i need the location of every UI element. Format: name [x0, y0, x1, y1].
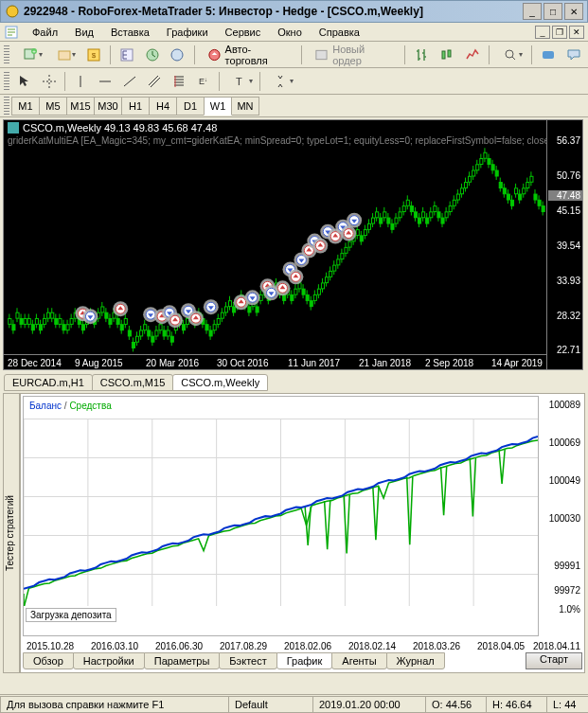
svg-rect-146 — [248, 307, 251, 312]
svg-rect-48 — [59, 318, 62, 324]
menu-help[interactable]: Справка — [312, 25, 367, 40]
status-profile[interactable]: Default — [228, 696, 313, 713]
equidistant-button[interactable] — [143, 70, 166, 93]
strategy-tester-button[interactable] — [167, 44, 188, 66]
svg-rect-20 — [8, 122, 19, 134]
price-chart[interactable]: CSCO.m,Weekly 49.13 49.83 45.68 47.48 gr… — [3, 119, 583, 370]
toolbar-grip[interactable] — [4, 45, 9, 64]
strategy-tester-panel: Тестер стратегий Баланс / Средства Загру… — [3, 393, 585, 673]
chart-tab[interactable]: EURCAD.m,H1 — [4, 374, 93, 391]
chart-tab[interactable]: CSCO.m,M15 — [92, 374, 173, 391]
time-axis[interactable]: 28 Dec 2014 9 Aug 2015 20 Mar 2016 30 Oc… — [4, 354, 546, 369]
new-order-button[interactable]: Новый ордер — [308, 44, 399, 66]
svg-rect-96 — [151, 336, 154, 342]
svg-rect-100 — [159, 325, 162, 330]
new-chart-button[interactable]: + — [15, 44, 45, 66]
tester-tab[interactable]: Бэктест — [219, 652, 276, 669]
profiles-button[interactable] — [49, 44, 80, 66]
timeframe-W1[interactable]: W1 — [204, 97, 232, 116]
menu-window[interactable]: Окно — [270, 25, 310, 40]
menu-insert[interactable]: Вставка — [103, 25, 157, 40]
tester-tab[interactable]: Обзор — [23, 652, 74, 669]
vertical-line-button[interactable] — [69, 70, 92, 93]
timeframe-D1[interactable]: D1 — [176, 97, 205, 116]
price-axis[interactable]: 56.37 50.76 47.48 45.15 39.54 33.93 28.3… — [546, 120, 582, 369]
zoom-in-button[interactable] — [495, 44, 526, 66]
chart-symbol-label: CSCO.m,Weekly 49.13 49.83 45.68 47.48 — [23, 122, 217, 134]
svg-rect-230 — [410, 206, 413, 212]
equity-plot — [24, 397, 538, 635]
timeframe-M1[interactable]: M1 — [11, 97, 40, 116]
chart-tab[interactable]: CSCO.m,Weekly — [172, 374, 268, 391]
equity-chart[interactable]: Баланс / Средства — [23, 396, 539, 636]
svg-rect-238 — [426, 218, 429, 223]
svg-rect-86 — [132, 342, 134, 348]
fibo-button[interactable] — [168, 70, 190, 93]
tester-side-tab[interactable]: Тестер стратегий — [3, 393, 20, 673]
svg-rect-224 — [399, 212, 401, 218]
svg-rect-258 — [464, 183, 467, 188]
timeframe-H1[interactable]: H1 — [121, 97, 150, 116]
menu-charts[interactable]: Графики — [159, 25, 216, 40]
mdi-minimize[interactable]: _ — [535, 26, 550, 39]
svg-rect-34 — [31, 325, 34, 330]
menu-service[interactable]: Сервис — [218, 25, 269, 40]
svg-rect-138 — [233, 307, 236, 312]
line-chart-button[interactable] — [461, 44, 483, 66]
start-button[interactable]: Старт — [526, 652, 582, 669]
new-order-label: Новый ордер — [332, 44, 392, 66]
objects-button[interactable] — [264, 70, 296, 93]
navigator-button[interactable] — [116, 44, 138, 66]
trend-line-button[interactable] — [118, 70, 141, 93]
timeframe-M15[interactable]: M15 — [66, 97, 95, 116]
titlebar: 2922948 - RoboForex-MetaTrader 5: Инвест… — [0, 0, 588, 23]
svg-rect-216 — [383, 212, 386, 218]
tester-tab[interactable]: Агенты — [331, 652, 386, 669]
svg-rect-134 — [224, 307, 227, 312]
data-window-button[interactable] — [142, 44, 164, 66]
maximize-button[interactable]: □ — [543, 3, 562, 20]
text-label-button[interactable]: T — [223, 70, 256, 93]
bar-chart-button[interactable] — [411, 44, 433, 66]
timeframe-M30[interactable]: M30 — [94, 97, 122, 116]
tester-tabs: ОбзорНастройкиПараметрыБэктестГрафикАген… — [23, 651, 582, 670]
horizontal-line-button[interactable] — [94, 70, 116, 93]
menu-file[interactable]: Файл — [25, 25, 65, 40]
autotrade-button[interactable]: Авто-торговля — [201, 44, 296, 66]
svg-rect-220 — [391, 223, 394, 229]
mdi-close[interactable]: ✕ — [569, 26, 584, 39]
close-button[interactable]: ✕ — [564, 3, 583, 20]
svg-rect-234 — [418, 218, 420, 223]
status-date: 2019.01.20 00:00 — [312, 696, 426, 713]
timeframe-M5[interactable]: M5 — [39, 97, 67, 116]
timeframe-MN[interactable]: MN — [231, 97, 259, 116]
svg-rect-13 — [442, 51, 445, 59]
tester-tab[interactable]: Настройки — [73, 652, 145, 669]
cursor-button[interactable] — [13, 70, 36, 93]
mql5-button[interactable] — [538, 44, 560, 66]
svg-rect-174 — [302, 289, 305, 294]
svg-rect-256 — [460, 188, 463, 194]
svg-rect-208 — [367, 223, 370, 229]
svg-rect-294 — [534, 194, 537, 200]
market-watch-button[interactable]: $ — [82, 44, 104, 66]
tester-tab[interactable]: Параметры — [144, 652, 221, 669]
chat-button[interactable] — [562, 44, 584, 66]
toolbar-grip-2[interactable] — [4, 72, 9, 91]
chart-window-icon — [8, 122, 19, 134]
svg-rect-128 — [213, 325, 216, 330]
svg-point-10 — [171, 49, 183, 61]
candle-chart-button[interactable] — [437, 44, 458, 66]
timeframe-H4[interactable]: H4 — [149, 97, 177, 116]
svg-rect-106 — [170, 336, 173, 342]
mdi-restore[interactable]: ❐ — [552, 26, 567, 39]
minimize-button[interactable]: _ — [523, 3, 542, 20]
crosshair-button[interactable] — [38, 70, 61, 93]
svg-rect-78 — [116, 318, 119, 324]
tester-tab[interactable]: Журнал — [386, 652, 445, 669]
menu-view[interactable]: Вид — [67, 25, 101, 40]
tester-tab[interactable]: График — [276, 652, 333, 669]
tf-grip[interactable] — [4, 97, 9, 116]
cycle-button[interactable]: E↓ — [192, 70, 215, 93]
svg-rect-202 — [356, 230, 359, 236]
